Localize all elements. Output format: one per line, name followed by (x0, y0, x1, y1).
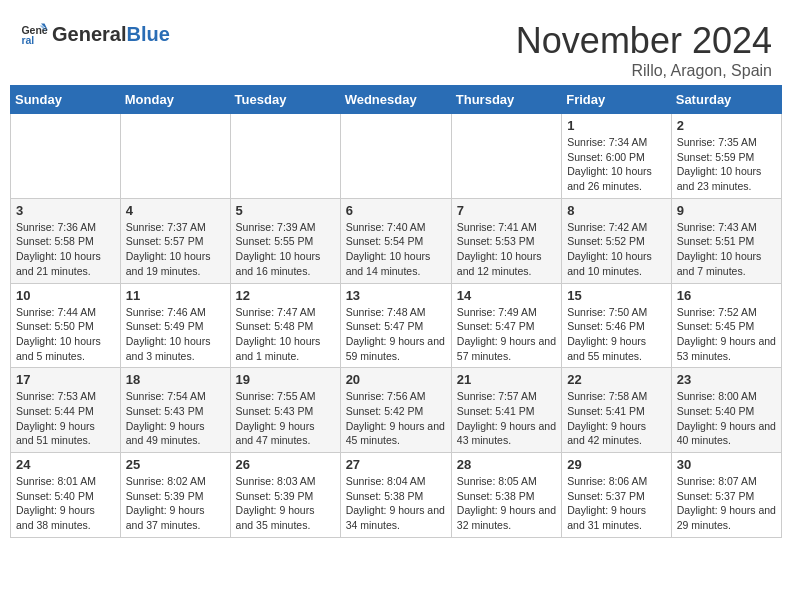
calendar-cell: 19Sunrise: 7:55 AM Sunset: 5:43 PM Dayli… (230, 368, 340, 453)
day-info: Sunrise: 7:47 AM Sunset: 5:48 PM Dayligh… (236, 305, 335, 364)
day-info: Sunrise: 8:01 AM Sunset: 5:40 PM Dayligh… (16, 474, 115, 533)
day-number: 10 (16, 288, 115, 303)
weekday-header: Wednesday (340, 86, 451, 114)
day-number: 22 (567, 372, 666, 387)
calendar-table: SundayMondayTuesdayWednesdayThursdayFrid… (10, 85, 782, 538)
day-info: Sunrise: 7:57 AM Sunset: 5:41 PM Dayligh… (457, 389, 556, 448)
calendar-cell: 18Sunrise: 7:54 AM Sunset: 5:43 PM Dayli… (120, 368, 230, 453)
day-info: Sunrise: 7:52 AM Sunset: 5:45 PM Dayligh… (677, 305, 776, 364)
day-number: 12 (236, 288, 335, 303)
day-info: Sunrise: 7:41 AM Sunset: 5:53 PM Dayligh… (457, 220, 556, 279)
day-info: Sunrise: 7:35 AM Sunset: 5:59 PM Dayligh… (677, 135, 776, 194)
day-number: 23 (677, 372, 776, 387)
calendar-cell: 12Sunrise: 7:47 AM Sunset: 5:48 PM Dayli… (230, 283, 340, 368)
day-number: 21 (457, 372, 556, 387)
day-number: 25 (126, 457, 225, 472)
logo-icon: Gene ral (20, 20, 48, 48)
calendar-cell: 4Sunrise: 7:37 AM Sunset: 5:57 PM Daylig… (120, 198, 230, 283)
day-info: Sunrise: 7:36 AM Sunset: 5:58 PM Dayligh… (16, 220, 115, 279)
day-info: Sunrise: 8:04 AM Sunset: 5:38 PM Dayligh… (346, 474, 446, 533)
day-number: 9 (677, 203, 776, 218)
calendar-cell: 20Sunrise: 7:56 AM Sunset: 5:42 PM Dayli… (340, 368, 451, 453)
day-number: 5 (236, 203, 335, 218)
day-info: Sunrise: 7:46 AM Sunset: 5:49 PM Dayligh… (126, 305, 225, 364)
day-info: Sunrise: 8:05 AM Sunset: 5:38 PM Dayligh… (457, 474, 556, 533)
calendar-cell (451, 114, 561, 199)
day-info: Sunrise: 8:06 AM Sunset: 5:37 PM Dayligh… (567, 474, 666, 533)
calendar-cell: 15Sunrise: 7:50 AM Sunset: 5:46 PM Dayli… (562, 283, 672, 368)
day-info: Sunrise: 7:56 AM Sunset: 5:42 PM Dayligh… (346, 389, 446, 448)
calendar-cell: 2Sunrise: 7:35 AM Sunset: 5:59 PM Daylig… (671, 114, 781, 199)
calendar-cell: 17Sunrise: 7:53 AM Sunset: 5:44 PM Dayli… (11, 368, 121, 453)
day-info: Sunrise: 8:02 AM Sunset: 5:39 PM Dayligh… (126, 474, 225, 533)
calendar-cell (11, 114, 121, 199)
weekday-header: Saturday (671, 86, 781, 114)
calendar-cell: 9Sunrise: 7:43 AM Sunset: 5:51 PM Daylig… (671, 198, 781, 283)
weekday-header: Monday (120, 86, 230, 114)
calendar-cell: 30Sunrise: 8:07 AM Sunset: 5:37 PM Dayli… (671, 453, 781, 538)
calendar-cell: 27Sunrise: 8:04 AM Sunset: 5:38 PM Dayli… (340, 453, 451, 538)
day-number: 4 (126, 203, 225, 218)
month-title: November 2024 (516, 20, 772, 62)
day-info: Sunrise: 8:00 AM Sunset: 5:40 PM Dayligh… (677, 389, 776, 448)
day-number: 24 (16, 457, 115, 472)
calendar-cell: 22Sunrise: 7:58 AM Sunset: 5:41 PM Dayli… (562, 368, 672, 453)
day-info: Sunrise: 7:54 AM Sunset: 5:43 PM Dayligh… (126, 389, 225, 448)
calendar-cell: 14Sunrise: 7:49 AM Sunset: 5:47 PM Dayli… (451, 283, 561, 368)
day-info: Sunrise: 7:55 AM Sunset: 5:43 PM Dayligh… (236, 389, 335, 448)
day-number: 28 (457, 457, 556, 472)
day-info: Sunrise: 7:48 AM Sunset: 5:47 PM Dayligh… (346, 305, 446, 364)
calendar-cell (230, 114, 340, 199)
day-number: 1 (567, 118, 666, 133)
weekday-header: Thursday (451, 86, 561, 114)
svg-text:ral: ral (21, 34, 34, 46)
day-number: 2 (677, 118, 776, 133)
day-info: Sunrise: 7:34 AM Sunset: 6:00 PM Dayligh… (567, 135, 666, 194)
calendar-cell: 28Sunrise: 8:05 AM Sunset: 5:38 PM Dayli… (451, 453, 561, 538)
day-info: Sunrise: 7:58 AM Sunset: 5:41 PM Dayligh… (567, 389, 666, 448)
day-number: 27 (346, 457, 446, 472)
day-number: 16 (677, 288, 776, 303)
logo-general: General (52, 23, 126, 45)
day-info: Sunrise: 8:03 AM Sunset: 5:39 PM Dayligh… (236, 474, 335, 533)
calendar-cell: 29Sunrise: 8:06 AM Sunset: 5:37 PM Dayli… (562, 453, 672, 538)
day-number: 14 (457, 288, 556, 303)
calendar-cell: 10Sunrise: 7:44 AM Sunset: 5:50 PM Dayli… (11, 283, 121, 368)
calendar-cell (120, 114, 230, 199)
calendar-cell: 23Sunrise: 8:00 AM Sunset: 5:40 PM Dayli… (671, 368, 781, 453)
weekday-header: Sunday (11, 86, 121, 114)
day-number: 19 (236, 372, 335, 387)
day-number: 30 (677, 457, 776, 472)
logo-text: GeneralBlue (52, 23, 170, 45)
day-info: Sunrise: 7:39 AM Sunset: 5:55 PM Dayligh… (236, 220, 335, 279)
calendar-week-row: 1Sunrise: 7:34 AM Sunset: 6:00 PM Daylig… (11, 114, 782, 199)
day-number: 13 (346, 288, 446, 303)
weekday-header: Friday (562, 86, 672, 114)
page-header: Gene ral GeneralBlue November 2024 Rillo… (10, 10, 782, 85)
day-info: Sunrise: 7:53 AM Sunset: 5:44 PM Dayligh… (16, 389, 115, 448)
day-info: Sunrise: 7:42 AM Sunset: 5:52 PM Dayligh… (567, 220, 666, 279)
calendar-cell: 21Sunrise: 7:57 AM Sunset: 5:41 PM Dayli… (451, 368, 561, 453)
weekday-header: Tuesday (230, 86, 340, 114)
title-block: November 2024 Rillo, Aragon, Spain (516, 20, 772, 80)
calendar-cell: 11Sunrise: 7:46 AM Sunset: 5:49 PM Dayli… (120, 283, 230, 368)
day-info: Sunrise: 7:37 AM Sunset: 5:57 PM Dayligh… (126, 220, 225, 279)
day-info: Sunrise: 7:44 AM Sunset: 5:50 PM Dayligh… (16, 305, 115, 364)
calendar-cell: 8Sunrise: 7:42 AM Sunset: 5:52 PM Daylig… (562, 198, 672, 283)
day-number: 17 (16, 372, 115, 387)
day-info: Sunrise: 7:49 AM Sunset: 5:47 PM Dayligh… (457, 305, 556, 364)
calendar-cell: 7Sunrise: 7:41 AM Sunset: 5:53 PM Daylig… (451, 198, 561, 283)
day-info: Sunrise: 7:43 AM Sunset: 5:51 PM Dayligh… (677, 220, 776, 279)
calendar-week-row: 17Sunrise: 7:53 AM Sunset: 5:44 PM Dayli… (11, 368, 782, 453)
calendar-cell: 6Sunrise: 7:40 AM Sunset: 5:54 PM Daylig… (340, 198, 451, 283)
calendar-header-row: SundayMondayTuesdayWednesdayThursdayFrid… (11, 86, 782, 114)
calendar-cell: 1Sunrise: 7:34 AM Sunset: 6:00 PM Daylig… (562, 114, 672, 199)
calendar-cell: 24Sunrise: 8:01 AM Sunset: 5:40 PM Dayli… (11, 453, 121, 538)
day-number: 20 (346, 372, 446, 387)
day-number: 6 (346, 203, 446, 218)
calendar-week-row: 3Sunrise: 7:36 AM Sunset: 5:58 PM Daylig… (11, 198, 782, 283)
calendar-cell: 5Sunrise: 7:39 AM Sunset: 5:55 PM Daylig… (230, 198, 340, 283)
day-info: Sunrise: 7:40 AM Sunset: 5:54 PM Dayligh… (346, 220, 446, 279)
calendar-cell (340, 114, 451, 199)
calendar-cell: 13Sunrise: 7:48 AM Sunset: 5:47 PM Dayli… (340, 283, 451, 368)
